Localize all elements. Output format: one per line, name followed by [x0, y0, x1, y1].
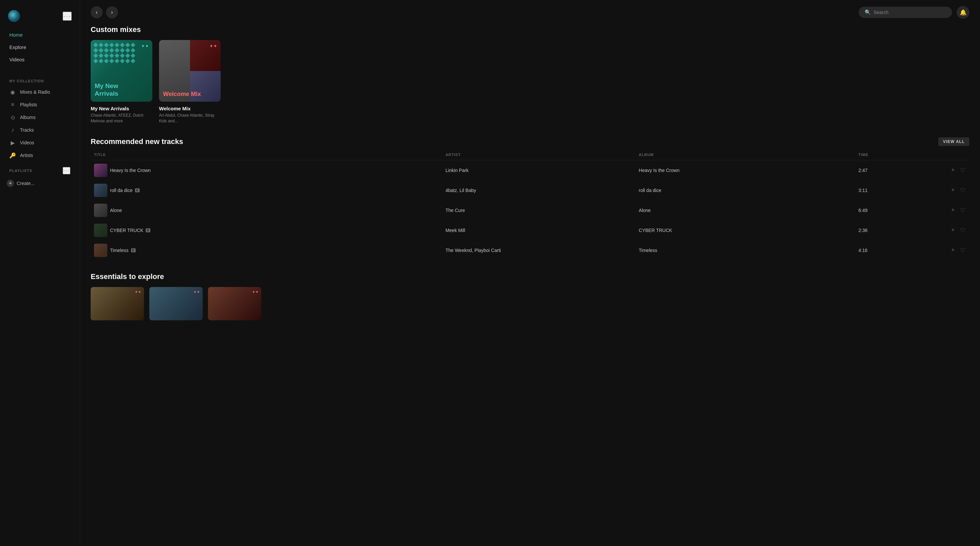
videos-icon: ▶ — [10, 139, 16, 146]
diamond-cell — [130, 43, 135, 47]
track-album: Alone — [635, 201, 855, 220]
create-playlist-button[interactable]: + Create... — [0, 177, 80, 189]
sidebar-more-button[interactable]: ··· — [63, 12, 72, 21]
tracks-icon: ♪ — [10, 127, 16, 133]
track-album: Timeless — [635, 240, 855, 260]
track-thumbnail — [94, 184, 107, 197]
diamond-cell — [109, 59, 114, 63]
table-row[interactable]: CYBER TRUCK E Meek Mill CYBER TRUCK 2:36… — [91, 220, 969, 240]
add-to-playlist-button[interactable]: + — [950, 206, 955, 214]
explicit-badge: E — [135, 188, 140, 192]
add-to-playlist-button[interactable]: + — [950, 246, 955, 254]
nav-item-home-label: Home — [10, 32, 23, 38]
sidebar-item-videos[interactable]: ▶ Videos — [0, 136, 80, 149]
mix-card-welcome-mix-title: Welcome Mix — [159, 106, 221, 111]
diamond-cell — [93, 48, 98, 53]
sidebar-item-albums[interactable]: ⊙ Albums — [0, 111, 80, 124]
track-time: 3:11 — [855, 180, 925, 201]
view-all-button[interactable]: VIEW ALL — [938, 137, 969, 146]
radio-icon: ◉ — [10, 89, 16, 96]
like-button[interactable]: ♡ — [959, 246, 966, 255]
track-title: CYBER TRUCK — [110, 228, 143, 233]
mix-thumbnail-welcome-mix: Welcome Mix ✦✦ — [159, 40, 221, 102]
col-header-title: Title — [91, 151, 442, 160]
diamond-cell — [125, 48, 130, 53]
track-artist: Meek Mill — [442, 220, 635, 240]
track-artist: 4batz, Lil Baby — [442, 180, 635, 201]
track-title: Heavy Is the Crown — [110, 168, 151, 173]
table-row[interactable]: Heavy Is the Crown Linkin Park Heavy Is … — [91, 160, 969, 180]
sidebar-item-videos-label: Videos — [20, 140, 34, 145]
sidebar: ··· Home Explore Videos My Collection ◉ … — [0, 0, 80, 546]
nav-item-explore[interactable]: Explore — [5, 41, 74, 53]
essentials-row: ✦✦ ✦✦ ✦✦ — [91, 287, 969, 320]
diamond-cell — [130, 48, 135, 53]
add-to-playlist-button[interactable]: + — [950, 166, 955, 174]
sidebar-item-artists[interactable]: 🔑 Artists — [0, 149, 80, 162]
search-icon: 🔍 — [865, 10, 871, 15]
like-button[interactable]: ♡ — [959, 186, 966, 195]
diamond-cell — [115, 43, 119, 47]
playlists-more-button[interactable]: ··· — [63, 167, 70, 174]
like-button[interactable]: ♡ — [959, 226, 966, 235]
diamond-grid — [94, 43, 136, 85]
diamond-cell — [120, 59, 125, 63]
diamond-cell — [120, 48, 125, 53]
explicit-badge: E — [146, 228, 150, 232]
tracks-table-header-row: Title Artist Album Time — [91, 151, 969, 160]
playlists-section-header: Playlists ··· — [0, 162, 80, 177]
sidebar-item-playlists-label: Playlists — [20, 102, 37, 107]
track-artist: The Weeknd, Playboi Carti — [442, 240, 635, 260]
track-time: 2:47 — [855, 160, 925, 180]
diamond-cell — [130, 59, 135, 63]
col-header-actions — [925, 151, 969, 160]
essential-thumb-1: ✦✦ — [91, 287, 144, 320]
table-row[interactable]: roll da dice E 4batz, Lil Baby roll da d… — [91, 180, 969, 201]
track-title: Timeless — [110, 248, 129, 253]
back-button[interactable]: ‹ — [91, 6, 103, 18]
search-input[interactable] — [873, 10, 946, 15]
mix-label-welcome-mix: Welcome Mix — [163, 91, 201, 98]
custom-mixes-title: Custom mixes — [91, 25, 969, 34]
recommended-tracks-title: Recommended new tracks — [91, 137, 183, 146]
table-row[interactable]: Alone The Cure Alone 6:49 + ♡ — [91, 201, 969, 220]
mix-card-welcome-mix[interactable]: Welcome Mix ✦✦ Welcome Mix Ari Abdul, Ch… — [159, 40, 221, 124]
sidebar-item-playlists[interactable]: ≡ Playlists — [0, 98, 80, 111]
like-button[interactable]: ♡ — [959, 206, 966, 215]
nav-item-videos[interactable]: Videos — [5, 53, 74, 66]
essential-card-1[interactable]: ✦✦ — [91, 287, 144, 320]
add-to-playlist-button[interactable]: + — [950, 226, 955, 234]
content-body: Custom mixes — [80, 22, 980, 334]
diamond-cell — [125, 53, 130, 58]
nav-item-home[interactable]: Home — [5, 29, 74, 41]
recommended-tracks-header: Recommended new tracks VIEW ALL — [91, 137, 969, 146]
diamond-cell — [104, 53, 109, 58]
col-header-time: Time — [855, 151, 925, 160]
table-row[interactable]: Timeless E The Weeknd, Playboi Carti Tim… — [91, 240, 969, 260]
track-thumbnail — [94, 204, 107, 217]
track-thumbnail — [94, 224, 107, 237]
diamond-cell — [125, 59, 130, 63]
topbar: ‹ › 🔍 🔔 — [80, 0, 980, 22]
mix-card-my-new-arrivals[interactable]: My NewArrivals ✦✦ My New Arrivals Chase … — [91, 40, 152, 124]
albums-icon: ⊙ — [10, 114, 16, 121]
add-to-playlist-button[interactable]: + — [950, 186, 955, 194]
sidebar-item-tracks[interactable]: ♪ Tracks — [0, 124, 80, 136]
essentials-title: Essentials to explore — [91, 272, 969, 281]
diamond-cell — [120, 53, 125, 58]
forward-button[interactable]: › — [106, 6, 118, 18]
diamond-cell — [130, 53, 135, 58]
essential-card-2[interactable]: ✦✦ — [150, 287, 203, 320]
diamond-cell — [104, 59, 109, 63]
track-album: CYBER TRUCK — [635, 220, 855, 240]
track-thumbnail — [94, 164, 107, 177]
essential-card-3[interactable]: ✦✦ — [208, 287, 261, 320]
diamond-cell — [99, 53, 103, 58]
like-button[interactable]: ♡ — [959, 166, 966, 175]
search-bar[interactable]: 🔍 — [859, 7, 952, 18]
collection-section-label: My Collection — [0, 74, 80, 86]
sidebar-item-mixes-radio[interactable]: ◉ Mixes & Radio — [0, 86, 80, 98]
notifications-button[interactable]: 🔔 — [957, 6, 969, 19]
diamond-cell — [109, 53, 114, 58]
sidebar-item-albums-label: Albums — [20, 115, 36, 120]
